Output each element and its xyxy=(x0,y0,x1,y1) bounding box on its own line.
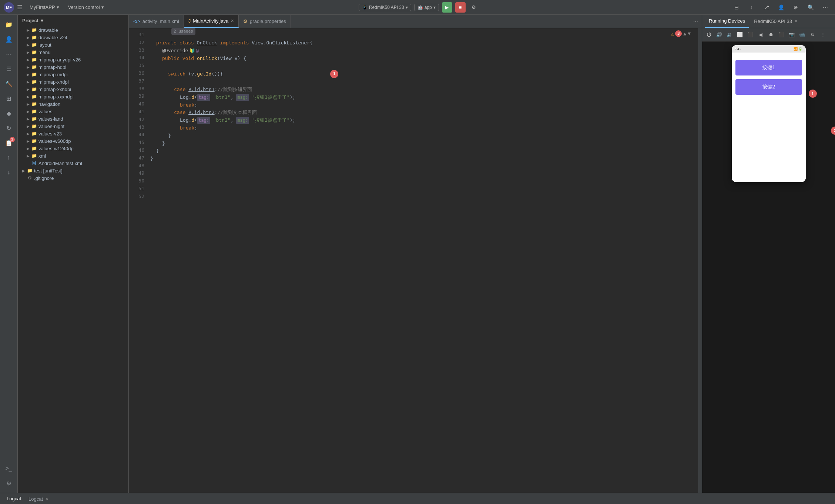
list-item[interactable]: ▶ M AndroidManifest.xml xyxy=(18,159,128,167)
prev-icon[interactable]: ◀ xyxy=(756,30,765,39)
sidebar-header[interactable]: Project ▾ xyxy=(18,15,128,26)
download-icon[interactable]: ↓ xyxy=(2,166,16,179)
list-item[interactable]: ▶ 📁 layout xyxy=(18,41,128,48)
volume-up-icon[interactable]: 🔊 xyxy=(715,30,724,39)
editor-scrollbar[interactable] xyxy=(698,28,702,493)
terminal-icon[interactable]: >_ xyxy=(2,462,16,475)
tree-arrow: ▶ xyxy=(25,154,31,158)
back-icon[interactable]: ⬛ xyxy=(777,30,786,39)
merge-icon[interactable]: ⊕ xyxy=(790,1,802,13)
refresh-icon[interactable]: ↻ xyxy=(2,121,16,135)
upload-icon[interactable]: ↑ xyxy=(2,151,16,164)
phone-mockup: 9:41 📶 🔋 按键1 按键2 xyxy=(732,45,806,182)
tab-label: MainActivity.java xyxy=(193,18,228,24)
list-item[interactable]: ▶ 📁 test [unitTest] xyxy=(18,167,128,174)
layout-split-icon[interactable]: ⬛ xyxy=(746,30,755,39)
device-selector[interactable]: 📱 RedmiK50 API 33 ▾ xyxy=(359,4,411,11)
hammer-icon[interactable]: 🔨 xyxy=(2,77,16,90)
logcat-tab-close[interactable]: ✕ xyxy=(45,497,48,501)
tab-activity-main-xml[interactable]: </> activity_main.xml xyxy=(129,15,184,28)
hamburger-icon[interactable]: ☰ xyxy=(17,4,22,11)
line-numbers: 31 32 33 34 35 36 37 38 39 40 41 42 43 4… xyxy=(129,28,147,493)
down-arrow-icon[interactable]: ▼ xyxy=(688,30,691,38)
device-tab[interactable]: RedmiK50 API 33 ✕ xyxy=(750,15,801,28)
list-item[interactable]: ▶ 📁 menu xyxy=(18,48,128,56)
code-editor[interactable]: 2 usages ⚠ 3 ▲ ▼ private class OnClick i… xyxy=(147,28,698,493)
list-icon[interactable]: ☰ xyxy=(2,62,16,75)
device-more-icon[interactable]: ⋮ xyxy=(818,30,827,39)
device-toolbar: ⏻ 🔊 🔉 ⬜ ⬛ ◀ ⏺ ⬛ 📷 📹 ↻ ⋮ xyxy=(702,28,835,41)
tab-icon: ⚙ xyxy=(243,19,248,24)
sync-icon[interactable]: ↕ xyxy=(745,1,757,13)
tab-gradle-properties[interactable]: ⚙ gradle.properties xyxy=(239,15,291,28)
list-item[interactable]: ▶ 📁 mipmap-xxxhdpi xyxy=(18,93,128,100)
structure-icon[interactable]: ⊞ xyxy=(2,92,16,105)
list-item[interactable]: ▶ 📁 values-night xyxy=(18,122,128,130)
home-icon[interactable]: ⏺ xyxy=(767,30,775,39)
rotate-icon[interactable]: ↻ xyxy=(808,30,817,39)
device-chevron: ▾ xyxy=(406,5,408,10)
run-button[interactable]: ▶ xyxy=(442,2,452,13)
folder-icon: 📁 xyxy=(27,168,33,174)
list-item[interactable]: ▶ 📁 mipmap-xxhdpi xyxy=(18,85,128,93)
logcat-tab-2[interactable]: Logcat ✕ xyxy=(25,493,52,504)
folder-icon: 📁 xyxy=(31,131,37,137)
tree-arrow: ▶ xyxy=(25,65,31,69)
code-line-44: Log. d ( tag: "btn2" , msg: "按钮2被点击了" ); xyxy=(150,117,698,124)
stop-button[interactable]: ■ xyxy=(455,2,466,13)
ellipsis-icon[interactable]: ⋯ xyxy=(2,47,16,61)
list-item[interactable]: ▶ 📁 values xyxy=(18,108,128,115)
power-icon[interactable]: ⏻ xyxy=(704,30,713,39)
search-icon[interactable]: 🔍 xyxy=(805,1,816,13)
folder-icon: 📁 xyxy=(31,71,37,77)
list-item[interactable]: ▶ 📁 values-w600dp xyxy=(18,137,128,145)
device-tab-label: RedmiK50 API 33 xyxy=(754,19,792,24)
list-item[interactable]: ▶ 📁 values-v23 xyxy=(18,130,128,137)
list-item[interactable]: ▶ 📁 xml xyxy=(18,152,128,159)
tab-main-activity-java[interactable]: J MainActivity.java ✕ xyxy=(184,15,239,28)
tab-label: gradle.properties xyxy=(250,19,286,24)
list-item[interactable]: ▶ ⚙ .gitignore xyxy=(18,174,128,182)
more-options-icon[interactable]: ⋯ xyxy=(819,1,831,13)
diff-icon[interactable]: ⊟ xyxy=(731,1,742,13)
settings-icon[interactable]: ⚙ xyxy=(2,477,16,490)
user-icon[interactable]: 👤 xyxy=(2,33,16,46)
list-item[interactable]: ▶ 📁 mipmap-hdpi xyxy=(18,63,128,71)
branch-icon[interactable]: ⎇ xyxy=(760,1,772,13)
device-tab-close[interactable]: ✕ xyxy=(794,19,798,24)
running-devices-tab[interactable]: Running Devices xyxy=(705,15,749,28)
app-selector[interactable]: 🤖 app ▾ xyxy=(414,4,439,11)
logcat-icon[interactable]: 📋 3 xyxy=(2,136,16,149)
list-item[interactable]: ▶ 📁 values-land xyxy=(18,115,128,122)
list-item[interactable]: ▶ 📁 navigation xyxy=(18,100,128,108)
list-item[interactable]: ▶ 📁 mipmap-mdpi xyxy=(18,71,128,78)
logcat-tab[interactable]: Logcat xyxy=(3,493,25,504)
up-arrow-icon[interactable]: ▲ xyxy=(683,30,686,38)
profile-icon[interactable]: 👤 xyxy=(775,1,787,13)
tab-icon: J xyxy=(188,18,191,24)
list-item[interactable]: ▶ 📁 drawable xyxy=(18,26,128,34)
diamond-icon[interactable]: ◆ xyxy=(2,107,16,120)
code-line-43: case R.id.btn2 : //跳到文本框界面 xyxy=(150,109,698,117)
bottom-panel: Logcat Logcat ✕ 📱 RedmiK50 API 33 (emula… xyxy=(0,493,835,504)
version-control-menu[interactable]: Version control ▾ xyxy=(65,4,107,11)
volume-down-icon[interactable]: 🔉 xyxy=(725,30,734,39)
folder-icon: 📁 xyxy=(31,153,37,159)
phone-status-bar: 9:41 📶 🔋 xyxy=(732,45,806,53)
list-item[interactable]: ▶ 📁 values-w1240dp xyxy=(18,145,128,152)
camera-icon[interactable]: 📷 xyxy=(787,30,796,39)
folder-icon: 📁 xyxy=(31,116,37,122)
video-icon[interactable]: 📹 xyxy=(798,30,807,39)
app-name-menu[interactable]: MyFirstAPP ▾ xyxy=(27,4,62,11)
folder-icon: 📁 xyxy=(31,138,37,144)
error-marker-1: 1 xyxy=(330,70,338,78)
list-item[interactable]: ▶ 📁 drawable-v24 xyxy=(18,34,128,41)
list-item[interactable]: ▶ 📁 mipmap-anydpi-v26 xyxy=(18,56,128,63)
tab-more-button[interactable]: ⋯ xyxy=(690,15,702,28)
layout-single-icon[interactable]: ⬜ xyxy=(735,30,744,39)
tab-close-icon[interactable]: ✕ xyxy=(231,19,234,23)
folder-icon[interactable]: 📁 xyxy=(2,18,16,31)
list-item[interactable]: ▶ 📁 mipmap-xhdpi xyxy=(18,78,128,85)
tree-arrow: ▶ xyxy=(21,169,27,173)
settings-icon[interactable]: ⚙ xyxy=(469,2,479,13)
